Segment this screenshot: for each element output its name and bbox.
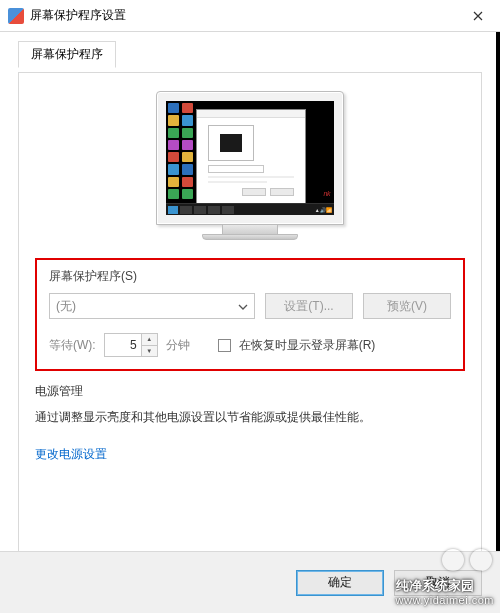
- power-group: 电源管理 通过调整显示亮度和其他电源设置以节省能源或提供最佳性能。 更改电源设置: [35, 383, 465, 463]
- power-group-label: 电源管理: [35, 383, 465, 400]
- tab-screensaver[interactable]: 屏幕保护程序: [18, 41, 116, 68]
- screensaver-group-label: 屏幕保护程序(S): [49, 268, 451, 285]
- screensaver-selected-value: (无): [56, 298, 76, 315]
- settings-button-label: 设置(T)...: [284, 298, 333, 315]
- screensaver-select[interactable]: (无): [49, 293, 255, 319]
- preview-button[interactable]: 预览(V): [363, 293, 451, 319]
- spinner-down[interactable]: ▼: [142, 346, 157, 357]
- close-icon: [473, 11, 483, 21]
- right-edge-shadow: [496, 32, 500, 551]
- spinner-up[interactable]: ▲: [142, 334, 157, 346]
- dialog-footer: 确定 取消: [0, 551, 500, 613]
- tab-header: 屏幕保护程序: [18, 40, 116, 67]
- cancel-button-label: 取消: [426, 574, 450, 591]
- tab-label: 屏幕保护程序: [31, 47, 103, 61]
- resume-checkbox-label: 在恢复时显示登录屏幕(R): [239, 337, 376, 354]
- preview-area: nk ▲ 🔊 📶: [35, 91, 465, 240]
- power-description: 通过调整显示亮度和其他电源设置以节省能源或提供最佳性能。: [35, 408, 465, 426]
- tab-panel: nk ▲ 🔊 📶 屏幕保护程序(S) (无): [18, 72, 482, 577]
- client-area: 屏幕保护程序: [0, 32, 500, 551]
- resume-checkbox[interactable]: [218, 339, 231, 352]
- monitor-illustration: nk ▲ 🔊 📶: [156, 91, 344, 240]
- cancel-button[interactable]: 取消: [394, 570, 482, 596]
- settings-button[interactable]: 设置(T)...: [265, 293, 353, 319]
- ok-button[interactable]: 确定: [296, 570, 384, 596]
- app-icon: [8, 8, 24, 24]
- change-power-settings-link[interactable]: 更改电源设置: [35, 447, 107, 461]
- screensaver-group: 屏幕保护程序(S) (无) 设置(T)... 预览(V) 等待(W):: [35, 258, 465, 371]
- window-title: 屏幕保护程序设置: [30, 7, 455, 24]
- ok-button-label: 确定: [328, 574, 352, 591]
- preview-button-label: 预览(V): [387, 298, 427, 315]
- wait-label: 等待(W):: [49, 337, 96, 354]
- close-button[interactable]: [455, 0, 500, 31]
- wait-unit: 分钟: [166, 337, 190, 354]
- wait-spinner[interactable]: 5 ▲ ▼: [104, 333, 158, 357]
- wait-value: 5: [105, 338, 141, 352]
- titlebar: 屏幕保护程序设置: [0, 0, 500, 32]
- chevron-down-icon: [238, 299, 248, 313]
